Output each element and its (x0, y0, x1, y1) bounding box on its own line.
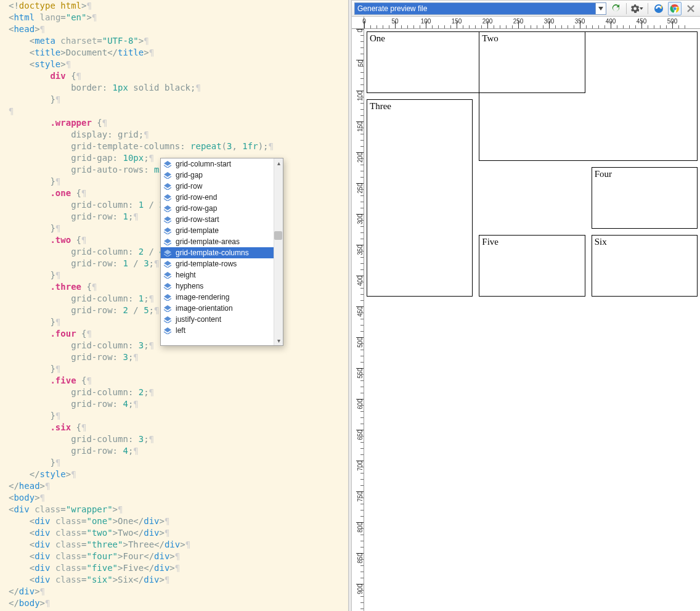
property-icon (163, 160, 172, 168)
autocomplete-scrollbar[interactable]: ▴ ▾ (274, 158, 283, 345)
autocomplete-item[interactable]: justify-content (161, 314, 283, 325)
autocomplete-item[interactable]: grid-gap (161, 170, 283, 181)
property-icon (163, 316, 172, 323)
chrome-browser-button[interactable] (668, 2, 682, 15)
svg-point-1 (657, 7, 660, 9)
refresh-button[interactable] (609, 2, 622, 15)
autocomplete-item[interactable]: image-orientation (161, 303, 283, 314)
scroll-thumb[interactable] (274, 231, 282, 240)
property-icon (163, 194, 172, 201)
property-icon (163, 216, 172, 223)
property-icon (163, 171, 172, 179)
grid-cell-four: Four (592, 167, 698, 229)
autocomplete-item[interactable]: grid-row-gap (161, 203, 283, 214)
autocomplete-item[interactable]: grid-template-columns (161, 247, 283, 258)
grid-cell-five: Five (479, 235, 585, 297)
separator (626, 3, 627, 14)
grid-cell-three: Three (367, 99, 473, 297)
svg-point-3 (674, 7, 677, 10)
autocomplete-item[interactable]: left (161, 325, 283, 336)
settings-button[interactable] (630, 2, 644, 15)
property-icon (163, 238, 172, 245)
autocomplete-item[interactable]: grid-template-areas (161, 236, 283, 247)
autocomplete-item[interactable]: hyphens (161, 281, 283, 292)
property-icon (163, 282, 172, 290)
property-icon (163, 327, 172, 334)
property-icon (163, 271, 172, 279)
ruler-horizontal: 050100150200250300350400450500 (364, 17, 700, 29)
property-icon (163, 260, 172, 268)
autocomplete-item[interactable]: image-rendering (161, 292, 283, 303)
autocomplete-item[interactable]: grid-row-end (161, 192, 283, 203)
code-editor[interactable]: <!doctype html>¶ <html lang="en">¶ <head… (0, 0, 348, 611)
ruler-vertical: 0501001502002503003504004505005506006507… (352, 29, 364, 611)
autocomplete-item[interactable]: grid-row (161, 181, 283, 192)
preview-pane: Generate preview file (352, 0, 700, 611)
property-icon (163, 305, 172, 312)
property-icon (163, 293, 172, 301)
scroll-up-icon[interactable]: ▴ (274, 158, 283, 168)
grid-cell-one: One (367, 31, 585, 93)
separator (648, 3, 648, 14)
chevron-down-icon[interactable] (595, 3, 606, 14)
property-icon (163, 205, 172, 212)
scroll-down-icon[interactable]: ▾ (274, 336, 283, 345)
autocomplete-item[interactable]: grid-row-start (161, 214, 283, 225)
autocomplete-item[interactable]: grid-template-rows (161, 258, 283, 269)
property-icon (163, 182, 172, 190)
autocomplete-popup[interactable]: grid-column-startgrid-gapgrid-rowgrid-ro… (160, 158, 283, 346)
combo-value: Generate preview file (355, 3, 595, 14)
autocomplete-item[interactable]: height (161, 269, 283, 281)
preview-body: 050100150200250300350400450500 050100150… (352, 17, 700, 611)
ie-browser-button[interactable] (652, 2, 665, 15)
close-button[interactable] (684, 2, 698, 15)
grid-cell-six: Six (592, 235, 698, 297)
property-icon (163, 249, 172, 256)
autocomplete-item[interactable]: grid-template (161, 225, 283, 236)
preview-source-combo[interactable]: Generate preview file (354, 2, 606, 15)
property-icon (163, 227, 172, 234)
preview-toolbar: Generate preview file (352, 1, 700, 17)
preview-content[interactable]: Two One Three Four Five Six (364, 29, 700, 611)
autocomplete-item[interactable]: grid-column-start (161, 158, 283, 170)
